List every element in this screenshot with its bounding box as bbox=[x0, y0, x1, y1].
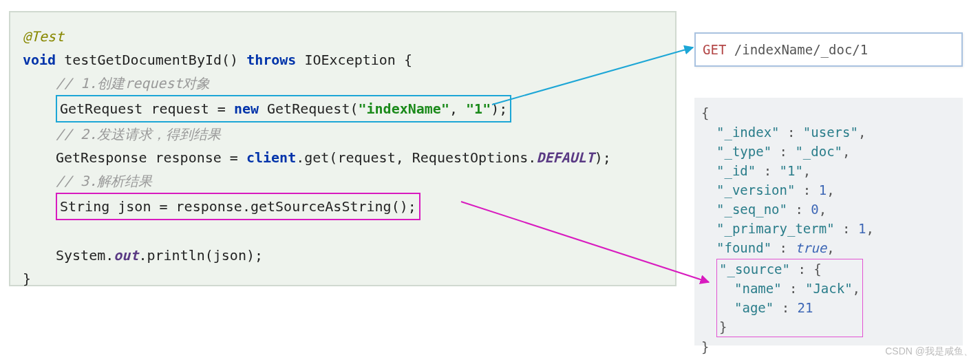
client: client bbox=[246, 149, 296, 166]
v-index: "users" bbox=[803, 125, 858, 140]
get-request-box: GET /indexName/_doc/1 bbox=[694, 32, 963, 67]
req-pre: GetRequest request = bbox=[60, 100, 234, 117]
create-request-box: GetRequest request = new GetRequest("ind… bbox=[56, 95, 511, 123]
v-name: "Jack" bbox=[805, 281, 853, 296]
k-type: "_type" bbox=[716, 144, 771, 159]
k-id: "_id" bbox=[716, 163, 756, 178]
resp-end: ); bbox=[595, 149, 611, 166]
brace-close: } bbox=[23, 270, 31, 287]
json-response-block: { "_index" : "users", "_type" : "_doc", … bbox=[694, 98, 963, 345]
k-index: "_index" bbox=[716, 125, 780, 140]
http-method: GET bbox=[703, 42, 726, 57]
v-primary: 1 bbox=[858, 221, 866, 236]
json-close: } bbox=[701, 339, 709, 354]
req-end: ); bbox=[491, 100, 507, 117]
v-id: "1" bbox=[780, 163, 803, 178]
kw-new: new bbox=[234, 100, 259, 117]
java-code-block: @Test void testGetDocumentById() throws … bbox=[9, 11, 677, 286]
brace-open: { bbox=[404, 52, 412, 68]
out-field: out bbox=[114, 247, 138, 264]
k-primary: "_primary_term" bbox=[716, 221, 835, 236]
watermark: CSDN @我是咸鱼、 bbox=[885, 345, 973, 358]
method-name: testGetDocumentById() bbox=[64, 52, 238, 68]
line-json: String json = response.getSourceAsString… bbox=[60, 198, 416, 215]
resp-pre: GetResponse response = bbox=[56, 149, 246, 166]
k-seqno: "_seq_no" bbox=[716, 202, 787, 217]
v-type: "_doc" bbox=[795, 144, 842, 159]
annotation-test: @Test bbox=[23, 28, 64, 45]
k-found: "found" bbox=[716, 240, 771, 255]
k-source: "_source" bbox=[719, 262, 790, 277]
comment-2: // 2.发送请求，得到结果 bbox=[56, 126, 221, 142]
comma: , bbox=[449, 100, 466, 117]
resp-mid: .get(request, RequestOptions. bbox=[296, 149, 536, 166]
parse-result-box: String json = response.getSourceAsString… bbox=[56, 193, 420, 220]
comment-1: // 1.创建request对象 bbox=[56, 75, 211, 92]
http-path: /indexName/_doc/1 bbox=[726, 42, 868, 57]
comment-3: // 3.解析结果 bbox=[56, 173, 152, 189]
kw-throws: throws bbox=[246, 52, 296, 68]
kw-void: void bbox=[23, 52, 56, 68]
k-version: "_version" bbox=[716, 182, 795, 198]
str-id: "1" bbox=[466, 100, 491, 117]
sysout-post: .println(json); bbox=[138, 247, 263, 264]
source-box: "_source" : { "name" : "Jack", "age" : 2… bbox=[716, 259, 863, 337]
v-seqno: 0 bbox=[811, 202, 818, 217]
v-found: true bbox=[795, 240, 827, 255]
str-indexname: "indexName" bbox=[359, 100, 449, 117]
default-const: DEFAULT bbox=[536, 149, 594, 166]
k-age: "age" bbox=[734, 300, 774, 315]
v-version: 1 bbox=[819, 182, 827, 198]
v-age: 21 bbox=[798, 300, 813, 315]
k-name: "name" bbox=[734, 281, 782, 296]
exception-type: IOException bbox=[304, 52, 395, 68]
json-open: { bbox=[701, 105, 709, 120]
req-type: GetRequest( bbox=[259, 100, 359, 117]
sysout-pre: System. bbox=[56, 247, 114, 264]
